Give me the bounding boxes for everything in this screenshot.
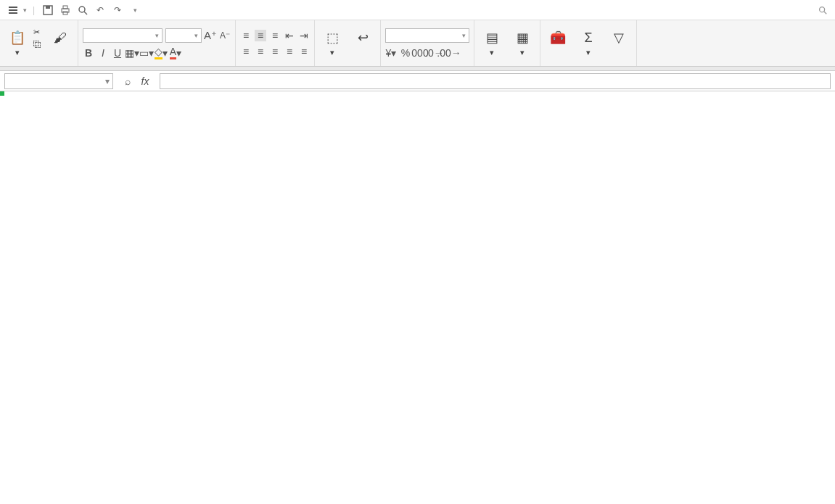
preview-icon[interactable] [77, 4, 89, 16]
currency-icon[interactable]: ¥▾ [385, 47, 397, 59]
redo-icon[interactable]: ↷ [112, 4, 123, 16]
smart-toolbox-button[interactable]: 🧰 [545, 28, 571, 59]
wrap-icon: ↩ [354, 29, 371, 46]
merge-icon: ⬚ [324, 29, 341, 46]
increase-indent-icon[interactable]: ⇥ [298, 30, 310, 41]
number-format-combo[interactable]: ▾ [385, 28, 469, 43]
align-top-icon[interactable]: ≡ [240, 30, 252, 41]
percent-icon[interactable]: % [400, 47, 411, 59]
number-group: ▾ ¥▾ % 000 .0→ .00→ [381, 20, 474, 66]
table-style-icon: ▦ [514, 29, 531, 46]
chevron-down-icon: ▾ [462, 32, 466, 39]
name-box[interactable]: ▾ [4, 73, 113, 89]
styles-group: ▤ ▾ ▦ ▾ [474, 20, 540, 66]
align-bottom-icon[interactable]: ≡ [269, 30, 281, 41]
format-painter-button[interactable]: 🖌 [47, 28, 73, 59]
cond-fmt-icon: ▤ [483, 29, 501, 46]
name-box-input[interactable] [5, 76, 102, 86]
sigma-icon: Σ [580, 29, 597, 46]
file-menu[interactable]: ▾ [4, 4, 31, 16]
distribute-icon[interactable]: ≡ [298, 46, 310, 57]
print-icon[interactable] [59, 4, 71, 16]
font-name-combo[interactable]: ▾ [83, 28, 163, 43]
formula-bar[interactable] [160, 73, 831, 89]
search-commands[interactable] [818, 5, 831, 15]
chevron-down-icon[interactable]: ▾ [102, 76, 112, 86]
underline-icon[interactable]: U [112, 47, 123, 59]
chevron-down-icon: ▾ [155, 32, 159, 39]
fx-icon[interactable]: fx [139, 75, 151, 87]
align-center-icon[interactable]: ≡ [255, 46, 266, 57]
decrease-decimal-icon[interactable]: .00→ [443, 47, 455, 59]
menubar: ▾ | ↶ ↷ ▾ [0, 0, 835, 20]
decrease-font-icon[interactable]: A⁻ [219, 30, 231, 41]
svg-rect-3 [63, 6, 67, 9]
wrap-text-button[interactable]: ↩ [350, 28, 376, 59]
zoom-icon[interactable]: ⌕ [122, 75, 133, 87]
ribbon: 📋 ▾ ✂ ⿻ 🖌 ▾ ▾ A⁺ A⁻ B I U ▦▾ ▭▾ ◇▾ [0, 20, 835, 67]
italic-icon[interactable]: I [97, 47, 109, 59]
justify-icon[interactable]: ≡ [284, 46, 295, 57]
brush-icon: 🖌 [52, 29, 69, 46]
merge-group: ⬚ ▾ ↩ [315, 20, 381, 66]
chevron-down-icon: ▾ [23, 7, 27, 14]
quick-access-toolbar: ↶ ↷ ▾ [42, 4, 141, 16]
table-style-button[interactable]: ▦ ▾ [509, 28, 535, 59]
tools-group: 🧰 Σ ▾ ▽ [540, 20, 637, 66]
svg-point-7 [820, 7, 825, 12]
increase-font-icon[interactable]: A⁺ [205, 30, 216, 41]
save-icon[interactable] [42, 4, 54, 16]
fill-color-icon[interactable]: ◇▾ [155, 47, 167, 59]
undo-icon[interactable]: ↶ [94, 4, 106, 16]
toolbox-icon: 🧰 [549, 29, 567, 46]
fx-icons: ⌕ fx [122, 75, 151, 87]
decrease-indent-icon[interactable]: ⇤ [284, 30, 295, 41]
align-right-icon[interactable]: ≡ [269, 46, 281, 57]
svg-point-5 [79, 7, 85, 12]
alignment-group: ≡ ≡ ≡ ⇤ ⇥ ≡ ≡ ≡ ≡ ≡ [236, 20, 315, 66]
font-size-combo[interactable]: ▾ [165, 28, 202, 43]
qat-more-icon[interactable]: ▾ [129, 4, 141, 16]
clipboard-group: 📋 ▾ ✂ ⿻ 🖌 [0, 20, 78, 66]
funnel-icon: ▽ [610, 29, 628, 46]
hamburger-icon [9, 7, 17, 14]
chevron-down-icon: ▾ [194, 32, 198, 39]
conditional-format-button[interactable]: ▤ ▾ [479, 28, 505, 59]
svg-rect-1 [46, 6, 50, 9]
copy-button[interactable]: ⿻ [33, 40, 44, 49]
merge-center-button[interactable]: ⬚ ▾ [319, 28, 345, 59]
cut-button[interactable]: ✂ [33, 28, 44, 37]
svg-line-6 [84, 12, 87, 15]
paste-icon: 📋 [9, 29, 26, 46]
comma-icon[interactable]: 000 [414, 47, 426, 59]
cell-style-icon[interactable]: ▭▾ [141, 47, 152, 59]
align-left-icon[interactable]: ≡ [240, 46, 252, 57]
bold-icon[interactable]: B [83, 47, 94, 59]
font-group: ▾ ▾ A⁺ A⁻ B I U ▦▾ ▭▾ ◇▾ A▾ [78, 20, 236, 66]
selection-handle[interactable] [0, 91, 4, 96]
scissors-icon: ✂ [33, 28, 40, 37]
copy-icon: ⿻ [33, 40, 41, 49]
formula-row: ▾ ⌕ fx [0, 71, 835, 91]
paste-label: ▾ [15, 48, 20, 57]
svg-line-8 [824, 11, 827, 14]
sum-button[interactable]: Σ ▾ [575, 28, 601, 59]
align-middle-icon[interactable]: ≡ [255, 30, 266, 41]
border-icon[interactable]: ▦▾ [126, 47, 138, 59]
search-icon [818, 5, 828, 15]
paste-button[interactable]: 📋 ▾ [4, 28, 30, 59]
font-color-icon[interactable]: A▾ [170, 47, 181, 59]
filter-button[interactable]: ▽ [606, 28, 632, 59]
